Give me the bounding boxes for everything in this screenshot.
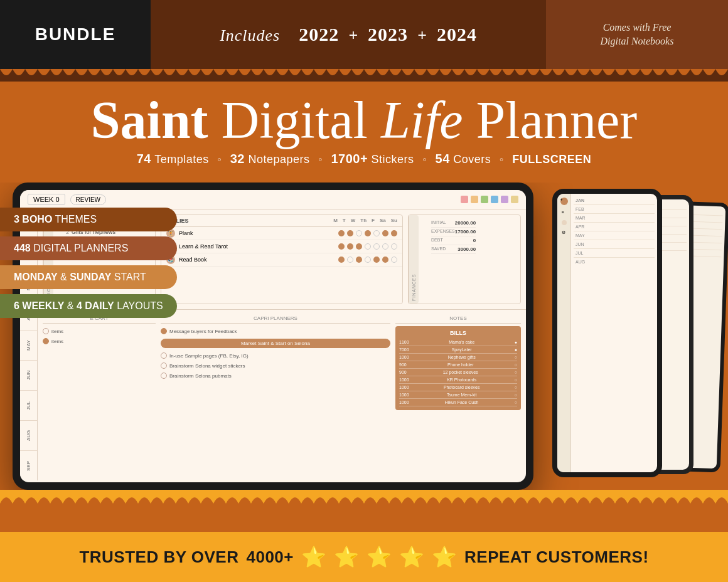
top-banner: BUNDLE Includes 2022 + 2023 + 2024 Comes… bbox=[0, 0, 728, 69]
day-sa: Sa bbox=[380, 218, 386, 224]
bundle-label: BUNDLE bbox=[35, 24, 116, 45]
bill-8-amount: 1000 bbox=[399, 393, 409, 397]
day-th: Th bbox=[360, 218, 367, 224]
star-3: ⭐ bbox=[367, 545, 392, 569]
feature-badges: 3 BOHO THEMES 448 DIGITAL PLANNERS MONDA… bbox=[0, 208, 177, 318]
nav-icon-gear: ⚙ bbox=[562, 230, 567, 235]
badge-3-boho: 3 BOHO bbox=[14, 214, 52, 225]
badge-planners-text: DIGITAL PLANNERS bbox=[31, 243, 129, 253]
capri-task-1-text: Message buyers for Feedback bbox=[169, 329, 237, 334]
bill-6: 1000 KR Photocards ○ bbox=[399, 376, 517, 384]
bill-9-dot: ○ bbox=[515, 400, 517, 405]
templates-label: Templates bbox=[154, 153, 209, 166]
habit-book: 📚 Read Book bbox=[161, 253, 402, 267]
bill-3: 1000 Nephews gifts ○ bbox=[399, 354, 517, 361]
tablet-front-content: + ≡ ⚙ JAN FEB MAR APR MAY JUN JUL bbox=[557, 194, 657, 472]
debt-label: DEBT bbox=[431, 238, 443, 243]
bill-1-amount: 1100 bbox=[399, 340, 409, 344]
templates-num: 74 bbox=[137, 152, 151, 166]
badge-and: & bbox=[58, 272, 70, 282]
dot-3: ◦ bbox=[422, 153, 427, 166]
dot-1 bbox=[338, 243, 345, 250]
bill-4-name: Phone holder bbox=[447, 362, 474, 367]
color-dots bbox=[461, 196, 518, 203]
expenses-value: 17000.00 bbox=[455, 229, 476, 235]
fin-initial: INITIAL 20000.00 bbox=[431, 219, 476, 228]
saved-value: 3000.00 bbox=[458, 246, 476, 252]
notebooks-section: Comes with Free Digital Notebooks bbox=[546, 0, 728, 69]
day-m: M bbox=[333, 218, 338, 224]
dot-4 bbox=[365, 243, 371, 250]
year-2024: 2024 bbox=[437, 24, 477, 45]
day-w: W bbox=[351, 218, 356, 224]
week-badge: WEEK 0 bbox=[28, 194, 65, 205]
tarot-label: Learn & Read Tarot bbox=[179, 243, 228, 250]
bill-2: 7000 SpayLater ● bbox=[399, 346, 517, 354]
bill-7-amount: 1000 bbox=[399, 385, 409, 389]
book-label: Read Book bbox=[179, 257, 207, 263]
plank-label: Plank bbox=[179, 230, 193, 236]
initial-label: INITIAL bbox=[431, 220, 446, 226]
dot-7 bbox=[391, 243, 397, 250]
finances-label: FINANCES bbox=[409, 215, 419, 304]
front-feb: FEB bbox=[574, 205, 655, 214]
bill-6-dot: ○ bbox=[515, 378, 517, 382]
initial-value: 20000.00 bbox=[455, 220, 476, 226]
planner-bottom-row: E CART items items bbox=[38, 310, 526, 480]
bill-2-dot: ● bbox=[515, 347, 517, 352]
day-f: F bbox=[372, 218, 375, 224]
front-aug: AUG bbox=[574, 258, 655, 266]
trust-bar: TRUSTED BY OVER 4000+ ⭐ ⭐ ⭐ ⭐ ⭐ REPEAT C… bbox=[0, 532, 728, 582]
dot-1 bbox=[338, 257, 345, 263]
title-digital: Digital bbox=[208, 91, 381, 149]
dot-2: ◦ bbox=[318, 153, 323, 166]
capri-task-4: Brainstorm Selona widget stickers bbox=[161, 361, 390, 371]
features-bar: 74 Templates ◦ 32 Notepapers ◦ 1700+ Sti… bbox=[25, 152, 703, 166]
badge-start: MONDAY & SUNDAY START bbox=[0, 265, 177, 289]
hero-section: Saint Digital Life Planner 74 Templates … bbox=[0, 82, 728, 183]
bill-8-dot: ○ bbox=[515, 393, 517, 397]
cart-section: E CART items items bbox=[43, 314, 156, 477]
star-2: ⭐ bbox=[334, 545, 359, 569]
month-aug: AUG bbox=[20, 420, 37, 450]
bill-3-dot: ○ bbox=[515, 355, 517, 359]
capri-check-3 bbox=[161, 352, 167, 359]
bill-9-amount: 1000 bbox=[399, 400, 409, 405]
front-may: MAY bbox=[574, 231, 655, 240]
bill-2-amount: 7000 bbox=[399, 347, 409, 352]
tablet-front: + ≡ ⚙ JAN FEB MAR APR MAY JUN JUL bbox=[552, 189, 662, 477]
nav-icon-menu: ≡ bbox=[562, 210, 567, 215]
check-2 bbox=[43, 338, 49, 344]
expenses-label: EXPENSES bbox=[431, 229, 455, 235]
bill-7: 1000 Photocard sleeves ○ bbox=[399, 384, 517, 391]
dot-6 bbox=[382, 230, 388, 236]
planner-header: WEEK 0 REVIEW bbox=[20, 190, 526, 209]
dot-6 bbox=[382, 243, 388, 250]
nav-strip-front: + ≡ ⚙ bbox=[557, 194, 571, 472]
color-dot-blue bbox=[491, 196, 498, 203]
month-jun: JUN bbox=[20, 360, 37, 390]
badge-and-2: & bbox=[64, 300, 77, 311]
dot-1: ◦ bbox=[217, 153, 222, 166]
dot-3 bbox=[356, 243, 362, 250]
bill-4-amount: 900 bbox=[399, 362, 407, 367]
bill-8: 1000 Tsume Mem-kit ○ bbox=[399, 391, 517, 399]
tablet-stack-right: JAN FEB MAR APR MAY JUN JUL AUG bbox=[530, 189, 725, 484]
capri-check-4 bbox=[161, 362, 167, 369]
bill-6-amount: 1000 bbox=[399, 378, 409, 382]
bill-1: 1100 Mama's cake ● bbox=[399, 339, 517, 346]
day-su: Su bbox=[391, 218, 397, 224]
capri-title: CAPRI PLANNERS bbox=[161, 314, 390, 324]
covers-num: 54 bbox=[436, 152, 450, 166]
front-mar: MAR bbox=[574, 214, 655, 223]
capri-check-1 bbox=[161, 328, 167, 334]
task-item-1: items bbox=[43, 326, 156, 336]
dot-5 bbox=[373, 243, 380, 250]
capri-task-1: Message buyers for Feedback bbox=[161, 326, 390, 336]
day-t: T bbox=[343, 218, 346, 224]
bills-box: BILLS 1100 Mama's cake ● 7000 SpayLater bbox=[395, 326, 521, 410]
bill-1-dot: ● bbox=[515, 340, 517, 344]
capri-task-3-text: In-use Sample pages (FB, Etsy, IG) bbox=[169, 353, 249, 359]
color-dot-pink bbox=[461, 196, 468, 203]
capri-task-5-text: Brainstorm Selona pubmats bbox=[169, 373, 232, 379]
